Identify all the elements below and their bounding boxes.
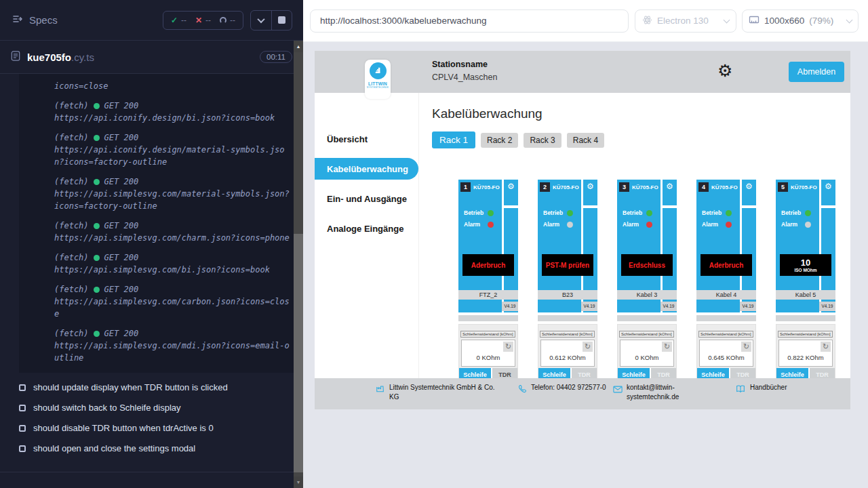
test-state-icon [19,425,26,432]
device-model: KÜ705-FO [553,184,579,190]
log-status: GET 200 [104,133,139,142]
display-alarm-text: Erdschluss [629,262,665,269]
measurement-value-box: ↻ 0.645 KOhm [699,340,753,367]
refresh-icon[interactable]: ↻ [821,342,831,352]
passed-icon: ✓ [171,16,178,25]
phone-text: Telefon: 04402 972577-0 [531,383,607,392]
log-prefix: (fetch) [54,101,89,110]
display-unit: ISO MOhm [794,268,816,272]
network-log-entry[interactable]: (fetch) GET 200 https://api.iconify.desi… [54,133,294,168]
url-text: http://localhost:3000/kabelueberwachung [320,16,486,26]
running-icon [220,17,226,24]
log-url: https://api.simplesvg.com/bi.json?icons=… [54,264,294,276]
scroll-down-button[interactable]: ▼ [294,476,303,488]
measurement-value: 0 KOhm [462,354,515,361]
betrieb-label: Betrieb [702,209,722,216]
reporter-divider [0,472,303,472]
alarm-label: Alarm [464,221,484,228]
alarm-row: Alarm [623,221,652,228]
card-divider [696,315,756,321]
tab-rack-4[interactable]: Rack 4 [567,133,604,148]
tab-rack-1[interactable]: Rack 1 [432,131,475,148]
test-title: should open and close the settings modal [33,443,195,453]
measurement-value: 0.645 KOhm [700,354,753,361]
log-status: GET 200 [104,177,139,186]
card-divider [617,315,677,321]
scrollbar-thumb[interactable] [294,234,303,472]
card-divider [458,315,518,321]
tab-rack-3[interactable]: Rack 3 [524,133,561,148]
test-item[interactable]: should update display when TDR button is… [19,382,295,392]
network-log-entry[interactable]: (fetch) GET 200 https://api.simplesvg.co… [54,221,294,244]
log-status: GET 200 [104,329,139,338]
specs-menu-button[interactable]: Specs [12,14,58,26]
network-log-entry[interactable]: (fetch) GET 200 https://api.simplesvg.co… [54,253,294,276]
device-model: KÜ705-FO [791,184,817,190]
device-settings-button[interactable]: ⚙ [821,180,835,205]
tab-rack-2[interactable]: Rack 2 [481,133,518,148]
measurement-value: 0.612 KOhm [541,354,594,361]
status-ok-dot [94,103,100,109]
betrieb-led [567,210,573,216]
station-label: Stationsname [432,58,497,71]
footer-manuals-link[interactable]: Handbücher [735,383,787,396]
passed-count: -- [181,16,186,25]
device-display: 10 ISO MOhm [780,254,831,276]
collapse-button[interactable] [251,11,271,30]
test-item[interactable]: should disable TDR button when tdrActive… [19,423,295,433]
device-settings-button[interactable]: ⚙ [504,180,518,205]
stop-icon [278,16,285,24]
alarm-row: Alarm [781,221,811,228]
app-footer: Littwin Systemtechnik GmbH & Co. KG Tele… [315,378,850,409]
device-card: ⚙ 5 KÜ705-FO Betrieb Alarm 10 ISO MOhm K… [776,180,835,383]
gear-icon: ⚙ [825,180,832,193]
alarm-row: Alarm [702,221,732,228]
refresh-icon[interactable]: ↻ [503,342,513,352]
settings-gear-icon[interactable]: ⚙ [717,62,732,81]
device-settings-button[interactable]: ⚙ [583,180,597,205]
scroll-up-button[interactable]: ▲ [294,41,303,52]
viewport-selector[interactable]: 1000x660 (79%) [742,9,859,33]
device-number: 1 [460,182,471,192]
cable-label: Kabel 3 [617,290,677,300]
firmware-version: V4.19 [819,302,835,311]
network-log-entry[interactable]: (fetch) GET 200 https://api.simplesvg.co… [54,329,294,364]
sidebar-item-kabelueberwachung[interactable]: Kabelüberwachung [315,158,418,180]
app-header: LITTWIN SYSTEMTECHNIK Stationsname CPLV4… [315,51,850,93]
url-input[interactable]: http://localhost:3000/kabelueberwachung [310,9,629,33]
measurement-label: Schleifenwiderstand [kOhm] [778,331,833,338]
alarm-led [646,222,652,228]
footer-email[interactable]: kontakt@littwin-systemtechnik.de [613,383,735,401]
log-prefix: (fetch) [54,285,89,294]
cable-label: Kabel 4 [696,290,756,300]
browser-name: Electron 130 [657,16,709,26]
device-settings-button[interactable]: ⚙ [742,180,756,205]
display-value: 10 [801,258,810,268]
refresh-icon[interactable]: ↻ [583,342,593,352]
spec-file-row[interactable]: kue705fo.cy.ts 00:11 [0,41,303,74]
sidebar-item-analoge-eingaenge[interactable]: Analoge Eingänge [315,218,418,239]
logout-button[interactable]: Abmelden [789,62,844,82]
sidebar-item-uebersicht[interactable]: Übersicht [315,128,418,150]
refresh-icon[interactable]: ↻ [741,342,751,352]
station-info: Stationsname CPLV4_Maschen [432,58,497,84]
chevron-down-icon [724,16,730,23]
page-title: Kabelüberwachung [432,106,542,121]
network-log-entry[interactable]: (fetch) GET 200 https://api.simplesvg.co… [54,285,294,320]
cable-label: B23 [538,290,597,300]
browser-selector[interactable]: Electron 130 [635,9,736,33]
network-log-entry[interactable]: (fetch) GET 200 https://api.simplesvg.co… [54,177,294,212]
device-model: KÜ705-FO [473,184,500,190]
test-item[interactable]: should switch back to Schleife display [19,403,295,413]
device-settings-button[interactable]: ⚙ [663,180,677,205]
device-card: ⚙ 2 KÜ705-FO Betrieb Alarm PST-M prüfen … [538,180,597,383]
test-item[interactable]: should open and close the settings modal [19,443,295,453]
stop-button[interactable] [271,11,292,30]
device-number: 2 [540,182,550,192]
sidebar-item-ein-und-ausgaenge[interactable]: Ein- und Ausgänge [315,188,418,209]
reporter-scrollbar[interactable]: ▲ ▼ [294,41,303,488]
station-name: CPLV4_Maschen [432,71,497,84]
measurement-label: Schleifenwiderstand [kOhm] [540,331,595,338]
refresh-icon[interactable]: ↻ [662,342,672,352]
network-log-entry[interactable]: (fetch) GET 200 https://api.iconify.desi… [54,101,294,124]
